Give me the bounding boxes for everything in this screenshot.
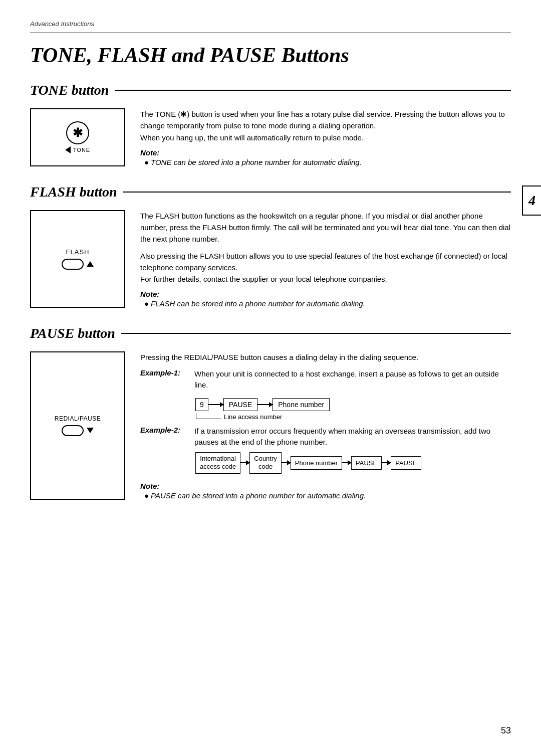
tone-description: The TONE (✱) button is used when your li… [140, 108, 511, 143]
tone-section: ✱ TONE The TONE (✱) button is used when … [30, 108, 511, 166]
tone-triangle-icon [65, 146, 71, 153]
tone-symbol: ✱ [73, 126, 83, 140]
pause-section-heading: PAUSE button [30, 325, 511, 341]
diagram1-arrow1 [208, 404, 223, 405]
tone-section-heading: TONE button [30, 82, 511, 98]
example1-text: When your unit is connected to a host ex… [194, 368, 511, 391]
flash-section-heading: FLASH button [30, 184, 511, 200]
diagram1-bracket [196, 413, 221, 419]
diagram2-country-box: Countrycode [249, 452, 282, 474]
flash-label: FLASH [66, 248, 90, 256]
diagram1-note-text: Line access number [224, 413, 282, 421]
flash-oval-row [62, 258, 94, 270]
flash-button-box: FLASH [30, 210, 125, 308]
pause-section: REDIAL/PAUSE Pressing the REDIAL/PAUSE b… [30, 351, 511, 500]
tone-circle-icon: ✱ [66, 121, 89, 144]
redial-oval-icon [62, 425, 84, 436]
flash-note-label: Note: [140, 290, 511, 298]
page-number: 53 [501, 725, 511, 736]
diagram2-arrow3 [342, 462, 351, 463]
diagram1-arrow2 [257, 404, 273, 405]
flash-triangle-icon [87, 261, 94, 267]
pause-description: Pressing the REDIAL/PAUSE button causes … [140, 351, 511, 363]
flash-description1: The FLASH button functions as the hooksw… [140, 210, 511, 245]
diagram1-num: 9 [195, 398, 208, 411]
pause-note-text: PAUSE can be stored into a phone number … [144, 491, 511, 500]
tone-content: The TONE (✱) button is used when your li… [140, 108, 511, 166]
flash-content: The FLASH button functions as the hooksw… [140, 210, 511, 308]
diagram2-arrow1 [240, 462, 249, 463]
redial-pause-label: REDIAL/PAUSE [55, 415, 101, 422]
diagram2-row: Internationalaccess code Countrycode Pho… [195, 452, 511, 474]
pause-content: Pressing the REDIAL/PAUSE button causes … [140, 351, 511, 500]
diagram1-row: 9 PAUSE Phone number [195, 398, 511, 411]
redial-triangle-icon [87, 428, 94, 433]
diagram1-phone-box: Phone number [273, 398, 330, 411]
flash-description2: Also pressing the FLASH button allows yo… [140, 250, 511, 285]
diagram2-container: Internationalaccess code Countrycode Pho… [195, 452, 511, 474]
tone-button-box: ✱ TONE [30, 108, 125, 166]
diagram1-container: 9 PAUSE Phone number Line access number [195, 398, 511, 421]
flash-section: FLASH The FLASH button functions as the … [30, 210, 511, 308]
tone-label-text: TONE [73, 147, 90, 153]
diagram2-pause2-box: PAUSE [391, 456, 421, 470]
tone-sublabel: TONE [65, 146, 90, 153]
diagram2-arrow4 [382, 462, 391, 463]
example2-text: If a transmission error occurs frequentl… [194, 426, 511, 448]
side-tab: 4 [522, 185, 541, 216]
page-title: TONE, FLASH and PAUSE Buttons [30, 43, 511, 67]
breadcrumb: Advanced Instructions [30, 20, 511, 28]
diagram1-note-row: Line access number [196, 413, 511, 421]
pause-button-box: REDIAL/PAUSE [30, 351, 125, 500]
pause-note-label: Note: [140, 482, 511, 490]
top-divider [30, 33, 511, 33]
diagram2-arrow2 [282, 462, 291, 463]
example2-label: Example-2: [140, 426, 190, 434]
tone-note-text: TONE can be stored into a phone number f… [144, 158, 511, 166]
tone-note-label: Note: [140, 148, 511, 157]
diagram2-intl-box: Internationalaccess code [195, 452, 240, 474]
example2-row: Example-2: If a transmission error occur… [140, 426, 511, 448]
flash-oval-icon [62, 259, 84, 270]
example1-label: Example-1: [140, 368, 190, 377]
diagram1-pause-box: PAUSE [223, 398, 257, 411]
redial-oval-row [62, 424, 94, 436]
example1-row: Example-1: When your unit is connected t… [140, 368, 511, 391]
flash-note-text: FLASH can be stored into a phone number … [144, 299, 511, 308]
diagram2-phone-box: Phone number [291, 456, 342, 470]
diagram2-pause1-box: PAUSE [351, 456, 382, 470]
